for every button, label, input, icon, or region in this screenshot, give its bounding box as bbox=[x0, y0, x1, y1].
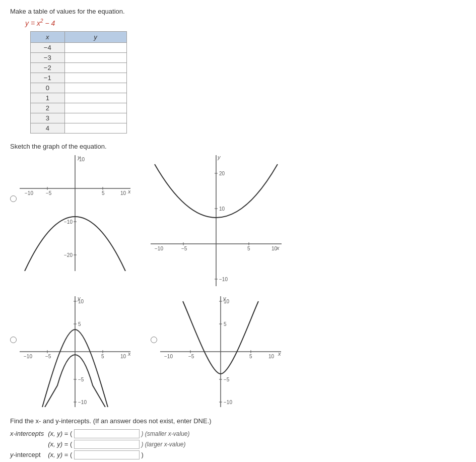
table-row: 0 bbox=[31, 83, 127, 93]
x-intercept-label: x-intercepts bbox=[10, 429, 48, 438]
table-x-value: 0 bbox=[31, 83, 65, 93]
svg-text:−20: −20 bbox=[64, 252, 73, 258]
graph-bottom-right-radio[interactable] bbox=[151, 337, 157, 343]
graph-top-right-wrapper: −5 5 −10 10 20 10 −10 x y bbox=[151, 155, 282, 286]
svg-text:x: x bbox=[278, 351, 281, 357]
svg-text:−10: −10 bbox=[164, 354, 173, 359]
table-x-value: −4 bbox=[31, 42, 65, 52]
table-y-input-cell[interactable] bbox=[64, 103, 126, 113]
table-y-input-cell[interactable] bbox=[64, 73, 126, 83]
y-intercept-label: y-intercept bbox=[10, 450, 48, 459]
table-y-input[interactable] bbox=[68, 75, 123, 82]
sketch-instruction: Sketch the graph of the equation. bbox=[10, 143, 466, 150]
table-x-value: 1 bbox=[31, 93, 65, 103]
table-y-input[interactable] bbox=[68, 64, 123, 72]
graph-top-right: −5 5 −10 10 20 10 −10 x y bbox=[151, 155, 282, 286]
x-intercept-1-prefix: (x, y) = ( bbox=[48, 430, 72, 437]
instruction-text: Make a table of values for the equation. bbox=[10, 8, 466, 15]
svg-text:x: x bbox=[127, 188, 130, 194]
svg-text:−10: −10 bbox=[219, 277, 228, 282]
table-x-value: 3 bbox=[31, 113, 65, 123]
svg-text:−5: −5 bbox=[188, 354, 194, 359]
x-intercept-2-input[interactable] bbox=[74, 440, 140, 449]
table-y-input-cell[interactable] bbox=[64, 123, 126, 133]
table-header-y: y bbox=[64, 31, 126, 42]
svg-text:x: x bbox=[127, 351, 130, 357]
x-intercept-row-1: x-intercepts (x, y) = ( ) (smaller x-val… bbox=[10, 429, 190, 438]
svg-text:10: 10 bbox=[268, 354, 275, 359]
graph-bottom-left: −5 5 −10 10 10 5 −5 −10 x y bbox=[20, 296, 130, 407]
table-y-input[interactable] bbox=[68, 85, 123, 92]
svg-text:−5: −5 bbox=[181, 246, 187, 251]
table-y-input[interactable] bbox=[68, 115, 123, 122]
x-intercept-2-prefix: (x, y) = ( bbox=[48, 440, 72, 448]
table-y-input[interactable] bbox=[68, 95, 123, 102]
svg-text:5: 5 bbox=[247, 246, 250, 251]
graph-top-left-wrapper: −5 5 −10 10 10 −10 −20 x y bbox=[10, 155, 130, 286]
table-x-value: −1 bbox=[31, 73, 65, 83]
y-intercept-suffix: ) bbox=[142, 451, 144, 458]
svg-text:20: 20 bbox=[219, 171, 225, 176]
table-x-value: 2 bbox=[31, 103, 65, 113]
table-row: −2 bbox=[31, 62, 127, 73]
svg-text:−5: −5 bbox=[224, 377, 230, 382]
table-y-input-cell[interactable] bbox=[64, 113, 126, 123]
table-y-input-cell[interactable] bbox=[64, 83, 126, 93]
svg-text:−10: −10 bbox=[24, 354, 32, 359]
table-row: 1 bbox=[31, 93, 127, 103]
svg-text:−10: −10 bbox=[155, 246, 163, 251]
table-row: −1 bbox=[31, 73, 127, 83]
equation-text: y = x2 − 4 bbox=[25, 19, 55, 27]
svg-text:−5: −5 bbox=[46, 190, 52, 196]
values-table: x y −4−3−2−101234 bbox=[30, 31, 127, 134]
table-y-input[interactable] bbox=[68, 125, 123, 132]
svg-text:10: 10 bbox=[120, 354, 126, 359]
intercepts-section: Find the x- and y-intercepts. (If an ans… bbox=[10, 417, 466, 461]
x-intercept-1-input[interactable] bbox=[74, 429, 140, 438]
table-row: 2 bbox=[31, 103, 127, 113]
y-intercept-prefix: (x, y) = ( bbox=[48, 451, 72, 458]
svg-text:5: 5 bbox=[224, 321, 227, 327]
svg-text:y: y bbox=[217, 155, 221, 160]
svg-text:5: 5 bbox=[78, 321, 81, 327]
graph-bottom-left-wrapper: −5 5 −10 10 10 5 −5 −10 x y bbox=[10, 296, 130, 407]
y-intercept-input[interactable] bbox=[74, 450, 140, 459]
svg-text:5: 5 bbox=[101, 354, 104, 359]
table-y-input[interactable] bbox=[68, 54, 123, 61]
svg-text:−10: −10 bbox=[25, 190, 33, 196]
y-intercept-row: y-intercept (x, y) = ( ) bbox=[10, 450, 190, 459]
table-header-x: x bbox=[31, 31, 65, 42]
graph-bottom-right-wrapper: −5 5 −10 10 10 5 −5 −10 x y bbox=[151, 296, 281, 407]
graph-top-left: −5 5 −10 10 10 −10 −20 x y bbox=[20, 155, 130, 271]
graphs-row-2: −5 5 −10 10 10 5 −5 −10 x y bbox=[10, 296, 466, 407]
table-row: 4 bbox=[31, 123, 127, 133]
svg-text:−10: −10 bbox=[78, 400, 87, 405]
table-row: −3 bbox=[31, 52, 127, 62]
find-intercepts-instruction: Find the x- and y-intercepts. (If an ans… bbox=[10, 417, 466, 425]
table-row: 3 bbox=[31, 113, 127, 123]
table-y-input-cell[interactable] bbox=[64, 93, 126, 103]
table-x-value: −3 bbox=[31, 52, 65, 62]
equation-display: y = x2 − 4 bbox=[25, 18, 466, 27]
graph-bottom-right: −5 5 −10 10 10 5 −5 −10 x y bbox=[160, 296, 281, 407]
graph-bottom-left-radio[interactable] bbox=[10, 337, 17, 343]
graph-top-left-radio[interactable] bbox=[10, 195, 17, 202]
table-y-input-cell[interactable] bbox=[64, 62, 126, 73]
svg-text:5: 5 bbox=[249, 354, 252, 359]
svg-text:−5: −5 bbox=[78, 377, 84, 382]
svg-text:10: 10 bbox=[219, 206, 225, 212]
table-y-input-cell[interactable] bbox=[64, 52, 126, 62]
svg-text:−5: −5 bbox=[45, 354, 51, 359]
table-x-value: 4 bbox=[31, 123, 65, 133]
svg-text:10: 10 bbox=[120, 190, 126, 196]
svg-text:5: 5 bbox=[102, 190, 105, 196]
table-y-input[interactable] bbox=[68, 44, 123, 51]
table-x-value: −2 bbox=[31, 62, 65, 73]
x-intercept-1-suffix: ) (smaller x-value) bbox=[142, 430, 190, 437]
svg-text:−10: −10 bbox=[224, 400, 232, 405]
svg-text:x: x bbox=[276, 245, 280, 251]
table-y-input[interactable] bbox=[68, 105, 123, 112]
table-y-input-cell[interactable] bbox=[64, 42, 126, 52]
svg-text:−10: −10 bbox=[64, 219, 73, 225]
table-row: −4 bbox=[31, 42, 127, 52]
